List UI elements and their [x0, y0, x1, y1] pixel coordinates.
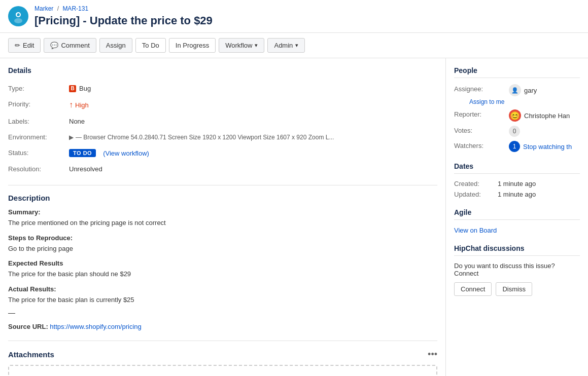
- dismiss-button[interactable]: Dismiss: [496, 282, 532, 296]
- labels-value: None: [69, 116, 437, 127]
- workflow-button[interactable]: Workflow: [219, 38, 264, 53]
- avatar-icon: 👤: [511, 87, 518, 94]
- attachments-section: Attachments ••• ☁ Drop files to attach, …: [8, 349, 437, 376]
- more-options-icon[interactable]: •••: [428, 349, 437, 360]
- workflow-label: Workflow: [225, 42, 252, 49]
- resolution-label: Resolution:: [8, 163, 69, 175]
- header-text: Marker / MAR-131 [Pricing] - Update the …: [34, 5, 580, 27]
- watchers-value: 1 Stop watching th: [509, 141, 580, 152]
- watchers-label: Watchers:: [454, 141, 505, 149]
- top-bar: Marker / MAR-131 [Pricing] - Update the …: [0, 0, 588, 33]
- admin-label: Admin: [274, 42, 293, 49]
- labels-label: Labels:: [8, 116, 69, 127]
- environment-label: Environment:: [8, 131, 69, 143]
- source-url-row: Source URL: https://www.shopify.com/pric…: [8, 323, 437, 330]
- status-badge: TO DO: [69, 149, 96, 157]
- source-label: Source URL:: [8, 323, 48, 330]
- svg-point-4: [16, 13, 18, 15]
- priority-value: ↑ High: [69, 98, 437, 111]
- people-title: People: [454, 66, 580, 78]
- edit-icon: ✏: [15, 42, 20, 49]
- summary-label: Summary:: [8, 208, 437, 216]
- actual-label: Actual Results:: [8, 285, 437, 293]
- people-section: People Assignee: 👤 gary Assign to me Rep…: [454, 66, 580, 152]
- priority-arrow-icon: ↑: [69, 100, 73, 109]
- hipchat-section: HipChat discussions Do you want to discu…: [454, 244, 580, 296]
- in-progress-label: In Progress: [176, 42, 209, 49]
- expected-label: Expected Results: [8, 259, 437, 267]
- hipchat-title: HipChat discussions: [454, 244, 580, 256]
- source-url-link[interactable]: https://www.shopify.com/pricing: [50, 323, 141, 330]
- comment-icon: 💬: [50, 42, 58, 49]
- steps-label: Steps to Reproduce:: [8, 234, 437, 242]
- agile-section: Agile View on Board: [454, 208, 580, 234]
- todo-button[interactable]: To Do: [135, 38, 166, 53]
- description-section: Description Summary: The price mentioned…: [8, 194, 437, 330]
- assign-label: Assign: [106, 42, 126, 49]
- comment-button[interactable]: 💬 Comment: [44, 38, 96, 53]
- dates-section: Dates Created: 1 minute ago Updated: 1 m…: [454, 162, 580, 198]
- breadcrumb-issue-id[interactable]: MAR-131: [62, 5, 88, 12]
- agile-title: Agile: [454, 208, 580, 220]
- updated-value: 1 minute ago: [498, 191, 580, 198]
- environment-text: — Browser Chrome 54.0.2840.71 Screen Siz…: [76, 134, 334, 141]
- type-text: Bug: [79, 85, 91, 92]
- reporter-row: Reporter: 😊 Christophe Han: [454, 109, 580, 122]
- reporter-label: Reporter:: [454, 109, 505, 118]
- content-area: Details Type: B Bug Priority: ↑ High Lab…: [0, 58, 446, 376]
- stop-watching-link[interactable]: Stop watching th: [523, 143, 572, 151]
- details-section: Details Type: B Bug Priority: ↑ High Lab…: [8, 66, 437, 175]
- assignee-row: Assignee: 👤 gary: [454, 84, 580, 96]
- view-workflow-link[interactable]: (View workflow): [103, 149, 149, 157]
- summary-text: The price mentioned on the pricing page …: [8, 218, 437, 228]
- reporter-name: Christophe Han: [524, 112, 570, 120]
- assignee-label: Assignee:: [454, 84, 505, 93]
- toolbar: ✏ Edit 💬 Comment Assign To Do In Progres…: [0, 33, 588, 58]
- attachments-header: Attachments •••: [8, 349, 437, 360]
- description-title: Description: [8, 194, 437, 202]
- dates-title: Dates: [454, 162, 580, 174]
- created-label: Created:: [454, 180, 495, 187]
- created-value: 1 minute ago: [498, 180, 580, 187]
- project-logo: [8, 6, 28, 26]
- watchers-row: Watchers: 1 Stop watching th: [454, 141, 580, 152]
- edit-button[interactable]: ✏ Edit: [8, 38, 41, 53]
- votes-label: Votes:: [454, 126, 505, 134]
- in-progress-button[interactable]: In Progress: [169, 38, 216, 53]
- type-label: Type:: [8, 83, 69, 94]
- hipchat-text: Do you want to discuss this issue? Conne…: [454, 262, 580, 277]
- watchers-badge: 1: [509, 141, 520, 152]
- assign-button[interactable]: Assign: [99, 38, 132, 53]
- em-dash: —: [8, 309, 437, 317]
- breadcrumb-project[interactable]: Marker: [34, 5, 53, 12]
- assignee-value: 👤 gary: [509, 84, 580, 96]
- updated-row: Updated: 1 minute ago: [454, 191, 580, 198]
- resolution-value: Unresolved: [69, 163, 437, 175]
- details-title: Details: [8, 66, 437, 77]
- sidebar: People Assignee: 👤 gary Assign to me Rep…: [446, 58, 588, 376]
- divider-1: [8, 185, 437, 185]
- assignee-avatar: 👤: [509, 84, 521, 96]
- dropzone[interactable]: ☁ Drop files to attach, or browse.: [8, 365, 437, 376]
- votes-row: Votes: 0: [454, 126, 580, 137]
- admin-button[interactable]: Admin: [267, 38, 305, 53]
- divider-2: [8, 341, 437, 341]
- main-layout: Details Type: B Bug Priority: ↑ High Lab…: [0, 58, 588, 376]
- attachments-title: Attachments: [8, 350, 54, 359]
- hipchat-buttons: Connect Dismiss: [454, 282, 580, 296]
- assign-to-me-link[interactable]: Assign to me: [469, 98, 580, 105]
- updated-label: Updated:: [454, 191, 495, 198]
- todo-label: To Do: [142, 42, 159, 49]
- view-on-board-link[interactable]: View on Board: [454, 227, 497, 234]
- details-grid: Type: B Bug Priority: ↑ High Labels: Non…: [8, 83, 437, 175]
- connect-button[interactable]: Connect: [454, 282, 492, 296]
- bug-icon: B: [69, 85, 76, 92]
- reporter-value: 😊 Christophe Han: [509, 109, 580, 122]
- environment-value: ▶ — Browser Chrome 54.0.2840.71 Screen S…: [69, 131, 437, 143]
- expected-text: The price for the basic plan should ne $…: [8, 269, 437, 279]
- reporter-avatar-icon: 😊: [510, 111, 520, 121]
- status-value: TO DO (View workflow): [69, 147, 437, 159]
- env-expand-icon[interactable]: ▶: [69, 134, 74, 141]
- type-value: B Bug: [69, 83, 437, 94]
- votes-value: 0: [509, 126, 580, 137]
